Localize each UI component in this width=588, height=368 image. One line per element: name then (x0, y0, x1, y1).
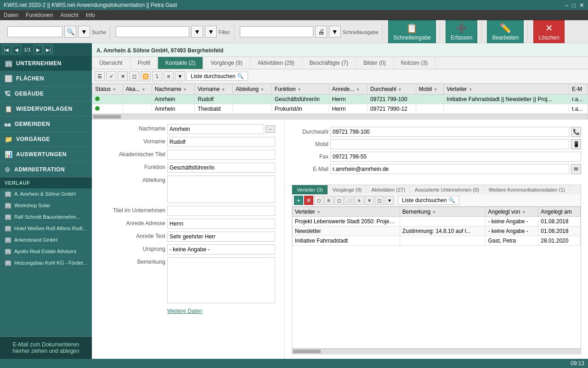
verlauf-item-3[interactable]: 🏢 Hotel Weißes Roß Alfons Rudl... (0, 223, 92, 234)
verteiler-hscrollbar[interactable] (292, 349, 581, 354)
bemerkung-textarea[interactable] (167, 257, 275, 303)
bearbeiten-button[interactable]: ✏️ Bearbeiten (487, 20, 524, 43)
tbl-toolbar-btn-1[interactable]: ☰ (95, 71, 105, 81)
quickoutput-dropdown-button[interactable]: ▼ (329, 26, 341, 38)
sidebar-item-gebaeude[interactable]: 🏗 GEBÄUDE (0, 86, 92, 102)
quickoutput-input[interactable] (240, 26, 313, 37)
tbl-toolbar-btn-8[interactable]: ▼ (175, 71, 185, 81)
col-vorname[interactable]: Vorname ▼ (195, 84, 233, 95)
durchwahl-input[interactable] (330, 127, 569, 137)
filter-input[interactable] (116, 26, 189, 37)
tab-profil[interactable]: Profil (130, 57, 158, 69)
verteiler-delete-button[interactable]: ✕ (304, 196, 313, 205)
filter-button[interactable]: ▼ (191, 26, 203, 38)
close-button[interactable]: ✕ (579, 2, 584, 9)
verteiler-row[interactable]: Initiative Fahrradstadt Gast, Petra 28.0… (293, 236, 581, 246)
sidebar-item-flaechen[interactable]: ⬜ FLÄCHEN (0, 71, 92, 86)
durchwahl-action-button[interactable]: 📞 (571, 127, 581, 137)
mobil-action-button[interactable]: 📱 (571, 139, 581, 149)
col-abteilung[interactable]: Abteilung ▼ (233, 84, 272, 95)
verlauf-item-0[interactable]: 🏢 A. Amrhein & Söhne GmbH (0, 188, 92, 200)
verteiler-hscroll-thumb[interactable] (293, 350, 321, 353)
col-mobil[interactable]: Mobil ▼ (416, 84, 444, 95)
quickoutput-print-button[interactable]: 🖨 (315, 26, 327, 38)
sidebar-item-administration[interactable]: ⚙ ADMINISTRATION (0, 162, 92, 177)
search-button[interactable]: 🔍 (64, 26, 76, 38)
maximize-button[interactable]: □ (572, 2, 576, 9)
tbl-toolbar-btn-5[interactable]: 🔀 (141, 71, 151, 81)
verteiler-add-button[interactable]: + (294, 196, 303, 205)
col-status[interactable]: Status ▼ (92, 84, 123, 95)
anrede-text-input[interactable] (167, 232, 275, 242)
col-funktion[interactable]: Funktion ▼ (271, 84, 329, 95)
contact-table-hscrollbar[interactable] (92, 114, 588, 119)
tab-beschaeftigte[interactable]: Beschäftigte (7) (302, 57, 356, 69)
verteiler-btn-3[interactable]: ◻ (314, 196, 323, 205)
verteiler-btn-5[interactable]: ◻ (334, 196, 344, 205)
menu-ansicht[interactable]: Ansicht (60, 12, 78, 18)
verlauf-item-2[interactable]: 🏢 Ralf Schmitt Bauunternehm... (0, 211, 92, 223)
tab-kontakte[interactable]: Kontakte (2) (158, 57, 203, 69)
nachname-input[interactable] (167, 124, 264, 134)
col-aka[interactable]: Aka... ▼ (123, 84, 152, 95)
vorname-input[interactable] (167, 137, 275, 147)
sub-tab-aktivitaeten[interactable]: Aktivitäten (27) (367, 185, 410, 194)
verteiler-search-list-button[interactable]: Liste durchsuchen 🔍 (398, 196, 459, 205)
menu-info[interactable]: Info (86, 12, 95, 18)
vcol-angelegt-von[interactable]: Angelegt von ▼ (486, 207, 538, 217)
nav-next-button[interactable]: ▶ (34, 45, 43, 54)
verlauf-item-5[interactable]: 🏢 Apollo Real Estate Advisors (0, 246, 92, 257)
tbl-toolbar-btn-6[interactable]: ⤵ (152, 71, 162, 81)
search-list-button[interactable]: Liste durchsuchen 🔍 (187, 72, 248, 81)
minimize-button[interactable]: – (565, 2, 568, 9)
loeschen-button[interactable]: ✕ Löschen (533, 20, 564, 43)
verteiler-btn-7[interactable]: ≡ (355, 196, 364, 205)
menu-daten[interactable]: Daten (4, 12, 18, 18)
verteiler-row[interactable]: Newsletter Zustimmung: 14.8.10 auf l... … (293, 226, 581, 236)
vcol-angelegt-am[interactable]: Angelegt am (538, 207, 581, 217)
tab-uebersicht[interactable]: Übersicht (92, 57, 130, 69)
sub-tab-assoziierte[interactable]: Assoziierte Unternehmen (0) (410, 185, 484, 194)
col-nachname[interactable]: Nachname ▼ (152, 84, 195, 95)
sub-tab-verteiler[interactable]: Verteiler (3) (292, 185, 328, 194)
search-dropdown-button[interactable]: ▼ (78, 26, 90, 38)
vcol-bemerkung[interactable]: Bemerkung ▼ (400, 207, 486, 217)
nachname-more-button[interactable]: ··· (266, 125, 275, 133)
verteiler-btn-6[interactable]: ⬜ (345, 196, 354, 205)
vcol-verteiler[interactable]: Verteiler ▼ (293, 207, 400, 217)
anrede-adresse-input[interactable] (167, 219, 275, 229)
tab-aktivitaeten[interactable]: Aktivitäten (29) (250, 57, 302, 69)
sub-tab-vorgaenge[interactable]: Vorgänge (9) (328, 185, 367, 194)
verlauf-item-1[interactable]: 🏢 Workshop Solar (0, 200, 92, 211)
sidebar-item-gemeinden[interactable]: 🏘 GEMEINDEN (0, 117, 92, 132)
email-input[interactable] (330, 164, 569, 174)
titel-input[interactable] (167, 206, 275, 216)
funktion-input[interactable] (167, 163, 275, 173)
ursprung-input[interactable] (167, 244, 275, 255)
abteilung-textarea[interactable] (167, 176, 275, 203)
sub-tab-weitere-komm[interactable]: Weitere Kommunikationsdaten (1) (484, 185, 570, 194)
akademischer-titel-input[interactable] (167, 150, 275, 160)
col-email[interactable]: E-M (569, 84, 588, 95)
verlauf-item-6[interactable]: 🏢 Heizungsbau Kohl KG - Förder... (0, 257, 92, 269)
schnelleingabe-button[interactable]: 📋 Schnelleingabe (388, 20, 436, 43)
verteiler-btn-10[interactable]: ▼ (385, 196, 394, 205)
tab-vorgaenge[interactable]: Vorgänge (9) (203, 57, 250, 69)
verteiler-row[interactable]: Projekt Lebenswerte Stadt 2050: Projektg… (293, 217, 581, 226)
nav-first-button[interactable]: |◀ (2, 45, 11, 54)
tab-bilder[interactable]: Bilder (0) (356, 57, 394, 69)
filter-dropdown-button[interactable]: ▼ (205, 26, 217, 38)
email-action-button[interactable]: ✉ (571, 164, 581, 174)
sidebar-item-unternehmen[interactable]: 🏢 UNTERNEHMEN (0, 56, 92, 71)
col-durchwahl[interactable]: Durchwahl ▼ (368, 84, 416, 95)
verteiler-btn-8[interactable]: ✕ (365, 196, 374, 205)
hscroll-thumb[interactable] (93, 115, 121, 119)
sidebar-item-auswertungen[interactable]: 📊 AUSWERTUNGEN (0, 147, 92, 162)
verteiler-btn-9[interactable]: ◻ (375, 196, 384, 205)
erfassen-button[interactable]: ➕ Erfassen (446, 20, 477, 43)
table-row[interactable]: Amrhein Rudolf Geschäftsführer/in Herrn … (92, 95, 588, 104)
col-anrede[interactable]: Anrede... ▼ (329, 84, 367, 95)
sidebar-item-wiedervorlagen[interactable]: 📋 WIEDERVORLAGEN (0, 102, 92, 117)
tbl-toolbar-btn-3[interactable]: ✕ (118, 71, 128, 81)
col-verteiler[interactable]: Verteiler ▼ (444, 84, 569, 95)
